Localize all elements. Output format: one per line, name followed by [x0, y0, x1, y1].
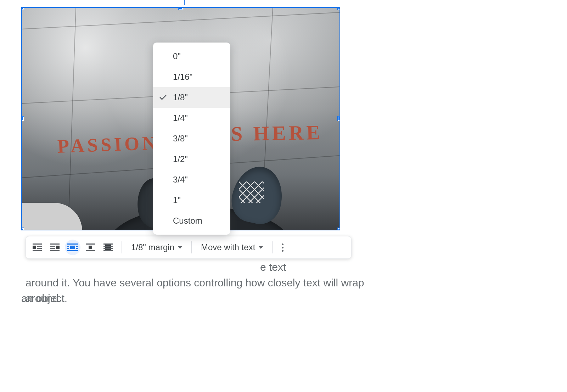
- text-fragment: e text: [260, 259, 286, 275]
- svg-rect-16: [67, 250, 78, 251]
- chevron-down-icon: [259, 246, 263, 249]
- margin-menu-item[interactable]: 0": [153, 46, 230, 67]
- margin-menu-item[interactable]: 1/2": [153, 149, 230, 169]
- resize-handle-top-mid[interactable]: [179, 7, 183, 10]
- svg-rect-23: [103, 248, 113, 249]
- resize-handle-mid-right[interactable]: [338, 117, 340, 121]
- svg-rect-4: [33, 250, 42, 251]
- wrap-inline-button[interactable]: [29, 240, 45, 255]
- wrap-break-left-button[interactable]: [47, 240, 63, 255]
- more-options-button[interactable]: [278, 243, 287, 252]
- svg-rect-3: [37, 248, 42, 249]
- svg-rect-24: [103, 250, 113, 251]
- svg-rect-13: [76, 246, 78, 247]
- svg-rect-10: [67, 243, 78, 245]
- margin-menu-item[interactable]: 1/4": [153, 108, 230, 128]
- margin-menu-item-label: 1/16": [173, 72, 192, 82]
- wrap-behind-text-button[interactable]: [100, 240, 116, 255]
- margin-dropdown[interactable]: 1/8" margin: [128, 240, 186, 255]
- margin-menu-item[interactable]: Custom: [153, 211, 230, 231]
- margin-menu-item-label: 1/8": [173, 93, 188, 102]
- chevron-down-icon: [178, 246, 182, 249]
- svg-rect-11: [70, 246, 75, 249]
- svg-rect-7: [50, 246, 55, 247]
- image-options-toolbar: 1/8" margin Move with text: [26, 236, 352, 259]
- svg-rect-9: [50, 250, 60, 251]
- svg-rect-8: [50, 248, 55, 249]
- margin-menu-item[interactable]: 1/8": [153, 87, 230, 108]
- text-line: an object.: [21, 291, 67, 306]
- wrap-break-text-button[interactable]: [83, 240, 98, 255]
- svg-rect-0: [33, 243, 42, 245]
- svg-rect-6: [56, 246, 60, 249]
- resize-handle-top-right[interactable]: [338, 7, 340, 10]
- svg-rect-12: [67, 246, 69, 247]
- svg-rect-18: [89, 246, 92, 249]
- svg-rect-19: [86, 250, 95, 251]
- check-icon: [159, 93, 167, 102]
- margin-menu-item[interactable]: 3/8": [153, 128, 230, 149]
- resize-handle-top-left[interactable]: [21, 7, 24, 10]
- margin-menu-item-label: 3/8": [173, 134, 188, 144]
- margin-dropdown-label: 1/8" margin: [131, 242, 174, 252]
- margin-menu-item-label: Custom: [173, 216, 202, 226]
- toolbar-separator: [272, 241, 273, 253]
- margin-menu-item[interactable]: 3/4": [153, 169, 230, 190]
- position-dropdown[interactable]: Move with text: [197, 240, 266, 255]
- margin-menu-item-label: 3/4": [173, 175, 188, 185]
- margin-menu-item-label: 1/2": [173, 154, 188, 164]
- resize-handle-bottom-left[interactable]: [21, 228, 24, 230]
- svg-rect-14: [67, 248, 69, 249]
- svg-rect-2: [37, 246, 42, 247]
- margin-menu: 0"1/16"1/8"1/4"3/8"1/2"3/4"1"Custom: [153, 43, 230, 235]
- margin-menu-item-label: 0": [173, 51, 181, 61]
- wrap-around-button[interactable]: [65, 240, 80, 255]
- toolbar-separator: [122, 241, 122, 253]
- svg-rect-22: [103, 246, 113, 247]
- resize-handle-mid-left[interactable]: [21, 117, 24, 121]
- margin-menu-item-label: 1": [173, 195, 181, 205]
- resize-handle-bottom-right[interactable]: [338, 228, 340, 230]
- svg-rect-15: [76, 248, 78, 249]
- margin-menu-item[interactable]: 1": [153, 190, 230, 211]
- image-embedded-text-right: S HERE: [231, 121, 323, 146]
- svg-rect-5: [50, 243, 60, 245]
- rotation-line: [184, 0, 185, 5]
- margin-menu-item[interactable]: 1/16": [153, 67, 230, 87]
- svg-rect-20: [105, 245, 111, 250]
- toolbar-separator: [191, 241, 192, 253]
- svg-rect-21: [103, 243, 113, 245]
- text-line: around it. You have several options cont…: [26, 275, 391, 306]
- margin-menu-item-label: 1/4": [173, 113, 188, 123]
- image-embedded-text-left: PASSION: [57, 132, 159, 157]
- svg-rect-1: [33, 246, 36, 249]
- svg-rect-17: [86, 243, 95, 245]
- position-dropdown-label: Move with text: [201, 242, 255, 252]
